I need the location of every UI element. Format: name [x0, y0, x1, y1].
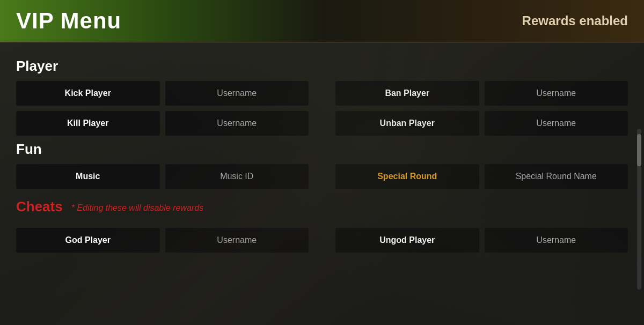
kill-player-username-input[interactable]: Username — [165, 111, 309, 136]
kill-player-button[interactable]: Kill Player — [16, 111, 160, 136]
special-round-name-input[interactable]: Special Round Name — [485, 164, 628, 189]
kick-player-username-input[interactable]: Username — [165, 81, 309, 106]
rewards-status: Rewards enabled — [522, 13, 628, 28]
cheats-warning: * Editing these will disable rewards — [71, 203, 203, 213]
player-row-2: Kill Player Username Unban Player Userna… — [16, 111, 628, 136]
ban-player-button[interactable]: Ban Player — [335, 81, 479, 106]
scrollbar-thumb[interactable] — [637, 134, 641, 166]
unban-player-username-input[interactable]: Username — [485, 111, 628, 136]
fun-row-1: Music Music ID Special Round Special Rou… — [16, 164, 628, 189]
music-id-input[interactable]: Music ID — [165, 164, 309, 189]
page-title: VIP Menu — [16, 8, 121, 34]
ban-player-username-input[interactable]: Username — [485, 81, 628, 106]
cheats-header-row: Cheats * Editing these will disable rewa… — [16, 194, 628, 221]
special-round-button[interactable]: Special Round — [335, 164, 479, 189]
scrollbar[interactable] — [637, 129, 641, 290]
unban-player-button[interactable]: Unban Player — [335, 111, 479, 136]
ungod-player-button[interactable]: Ungod Player — [335, 228, 479, 253]
cheats-row-1: God Player Username Ungod Player Usernam… — [16, 228, 628, 253]
player-row-1: Kick Player Username Ban Player Username — [16, 81, 628, 106]
kick-player-button[interactable]: Kick Player — [16, 81, 160, 106]
ungod-player-username-input[interactable]: Username — [485, 228, 628, 253]
player-section-label: Player — [16, 58, 628, 75]
header: VIP Menu Rewards enabled — [0, 0, 644, 43]
god-player-username-input[interactable]: Username — [165, 228, 309, 253]
cheats-section-label: Cheats — [16, 198, 63, 215]
god-player-button[interactable]: God Player — [16, 228, 160, 253]
content-area: Player Kick Player Username Ban Player U… — [0, 43, 644, 325]
music-button[interactable]: Music — [16, 164, 160, 189]
fun-section-label: Fun — [16, 141, 628, 158]
